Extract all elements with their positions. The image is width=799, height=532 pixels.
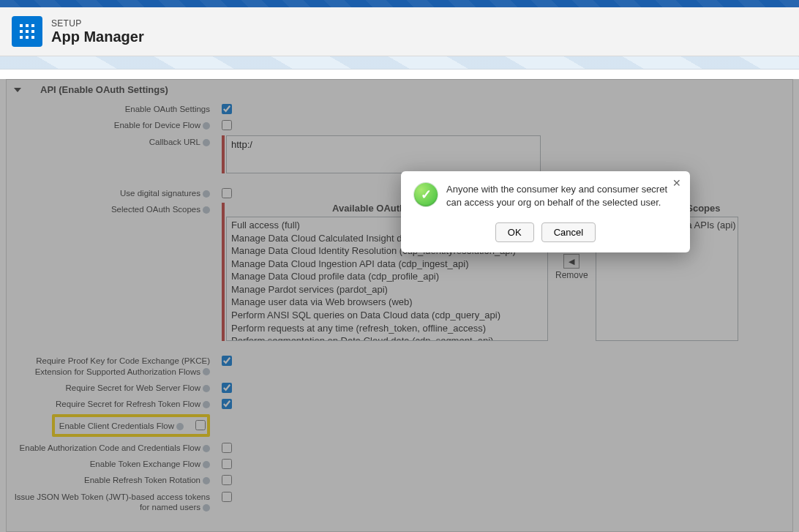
scope-option[interactable]: Perform requests at any time (refresh_to…: [230, 322, 544, 335]
label-client-credentials: Enable Client Credentials Flow: [59, 422, 174, 430]
label-require-secret-refresh: Require Secret for Refresh Token Flow: [56, 400, 200, 408]
dialog-close-icon[interactable]: ✕: [672, 177, 681, 189]
help-icon[interactable]: [203, 504, 210, 512]
required-indicator: [222, 203, 225, 341]
checkbox-client-credentials[interactable]: [195, 420, 206, 430]
checkbox-digital-signatures[interactable]: [222, 188, 232, 198]
grid-icon: [18, 23, 36, 40]
input-callback-url[interactable]: [226, 135, 541, 173]
svg-rect-1: [26, 24, 29, 27]
label-enable-device-flow: Enable for Device Flow: [114, 121, 200, 130]
scope-option[interactable]: Perform ANSI SQL queries on Data Cloud d…: [230, 309, 544, 322]
scope-option[interactable]: Manage Pardot services (pardot_api): [230, 283, 544, 296]
section-header[interactable]: API (Enable OAuth Settings): [7, 80, 792, 100]
help-icon[interactable]: [203, 122, 210, 130]
app-manager-icon: [12, 16, 42, 47]
label-require-pkce: Require Proof Key for Code Exchange (PKC…: [35, 356, 210, 375]
page-title: App Manager: [51, 29, 144, 45]
help-icon[interactable]: [203, 401, 210, 408]
remove-scope-button[interactable]: ◀: [563, 254, 579, 269]
checkbox-enable-device-flow[interactable]: [222, 120, 232, 130]
help-icon[interactable]: [203, 139, 210, 146]
help-icon[interactable]: [203, 477, 210, 484]
required-indicator: [222, 135, 225, 173]
checkbox-require-secret-refresh[interactable]: [222, 399, 232, 409]
checkbox-refresh-rotation[interactable]: [222, 475, 232, 485]
scope-option[interactable]: Manage Data Cloud Ingestion API data (cd…: [230, 258, 544, 271]
dialog-cancel-button[interactable]: Cancel: [541, 222, 596, 242]
scope-option[interactable]: Manage user data via Web browsers (web): [230, 296, 544, 309]
settings-sheet: API (Enable OAuth Settings) Enable OAuth…: [6, 79, 793, 532]
svg-rect-7: [26, 36, 29, 39]
help-icon[interactable]: [203, 445, 210, 452]
form-area: Enable OAuth Settings Enable for Device …: [7, 100, 792, 525]
help-icon[interactable]: [203, 206, 210, 214]
svg-rect-8: [31, 36, 34, 39]
scope-option[interactable]: Perform segmentation on Data Cloud data …: [230, 334, 544, 341]
highlight-client-credentials: Enable Client Credentials Flow: [52, 414, 210, 437]
header-eyebrow: SETUP: [51, 18, 144, 29]
help-icon[interactable]: [203, 368, 210, 375]
label-enable-oauth: Enable OAuth Settings: [12, 102, 210, 114]
svg-rect-2: [31, 24, 34, 27]
checkbox-enable-oauth[interactable]: [222, 104, 232, 114]
svg-rect-5: [31, 30, 34, 33]
section-title: API (Enable OAuth Settings): [40, 84, 168, 95]
checkbox-token-exchange[interactable]: [222, 459, 232, 469]
checkbox-jwt-named-users[interactable]: [222, 492, 232, 502]
help-icon[interactable]: [203, 385, 210, 392]
checkbox-require-pkce[interactable]: [222, 356, 232, 366]
dialog-message: Anyone with the consumer key and consume…: [446, 183, 677, 209]
svg-rect-0: [20, 24, 23, 27]
help-icon[interactable]: [203, 190, 210, 198]
dialog-ok-button[interactable]: OK: [495, 222, 534, 242]
checkbox-require-secret-web[interactable]: [222, 383, 232, 393]
label-selected-oauth-scopes: Selected OAuth Scopes: [111, 205, 200, 214]
svg-rect-3: [20, 30, 23, 33]
help-icon[interactable]: [203, 461, 210, 468]
success-check-icon: [414, 183, 438, 206]
label-jwt-named-users: Issue JSON Web Token (JWT)-based access …: [15, 492, 210, 512]
help-icon[interactable]: [176, 423, 184, 430]
label-token-exchange: Enable Token Exchange Flow: [90, 460, 200, 468]
decorative-band: [0, 56, 799, 70]
brand-top-bar: [0, 0, 799, 7]
svg-rect-4: [26, 30, 29, 33]
svg-rect-6: [20, 36, 23, 39]
label-digital-signatures: Use digital signatures: [120, 189, 200, 198]
checkbox-authz-code-credentials[interactable]: [222, 443, 232, 453]
collapse-icon: [14, 88, 21, 92]
scope-option[interactable]: Manage Data Cloud profile data (cdp_prof…: [230, 270, 544, 283]
confirm-dialog: ✕ Anyone with the consumer key and consu…: [401, 171, 690, 252]
label-callback-url: Callback URL: [149, 138, 200, 146]
label-require-secret-web: Require Secret for Web Server Flow: [66, 383, 201, 392]
label-refresh-rotation: Enable Refresh Token Rotation: [84, 476, 200, 484]
page-header: SETUP App Manager: [0, 7, 799, 56]
remove-label: Remove: [555, 270, 588, 280]
label-authz-code-credentials: Enable Authorization Code and Credential…: [20, 443, 200, 452]
